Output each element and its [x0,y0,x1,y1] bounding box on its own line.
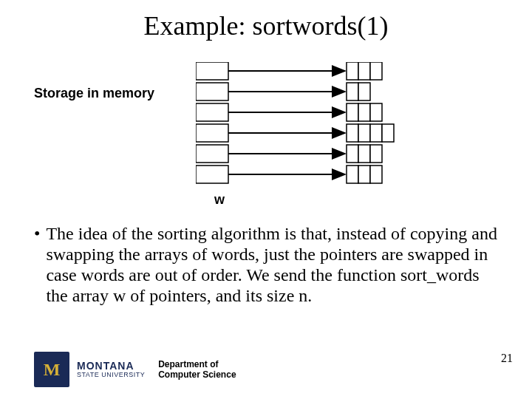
pointer-box [196,166,228,183]
storage-label: Storage in memory [34,86,154,101]
memory-cell [358,62,370,80]
memory-cell [358,124,370,142]
memory-cell [358,145,370,163]
bullet-text: The idea of the sorting algorithm is tha… [46,223,499,306]
memory-cell [347,103,358,121]
memory-cell [358,103,370,121]
memory-cell [347,166,358,183]
dept-line-1: Department of [158,359,236,369]
memory-cell [347,124,358,142]
diagram-svg [196,62,477,210]
pointer-box [196,145,228,163]
memory-cell [347,83,358,100]
memory-cell [358,166,370,183]
bullet-item: • The idea of the sorting algorithm is t… [34,223,499,306]
memory-cell [347,62,358,80]
memory-cell [370,62,382,80]
page-number: 21 [501,352,513,365]
memory-cell [347,145,358,163]
logo-mark: M [34,352,69,387]
footer-logo: M MONTANA STATE UNIVERSITY Department of… [34,352,236,387]
bullet-list: • The idea of the sorting algorithm is t… [34,223,499,306]
university-name: MONTANA [77,361,145,372]
department-text: Department of Computer Science [158,359,236,381]
memory-cell [382,124,394,142]
pointer-box [196,103,228,121]
memory-cell [358,83,370,100]
university-subtitle: STATE UNIVERSITY [77,372,145,378]
memory-cell [370,145,382,163]
memory-cell [370,124,382,142]
pointer-box [196,124,228,142]
array-label: w [214,192,225,208]
memory-cell [370,103,382,121]
memory-diagram [196,62,477,210]
dept-line-2: Computer Science [158,369,236,380]
memory-cell [370,166,382,183]
slide: Example: sortwords(1) Storage in memory … [0,0,532,399]
pointer-box [196,83,228,100]
logo-text: MONTANA STATE UNIVERSITY [77,361,145,378]
bullet-dot: • [34,223,40,244]
slide-title: Example: sortwords(1) [0,10,532,41]
pointer-box [196,62,228,80]
